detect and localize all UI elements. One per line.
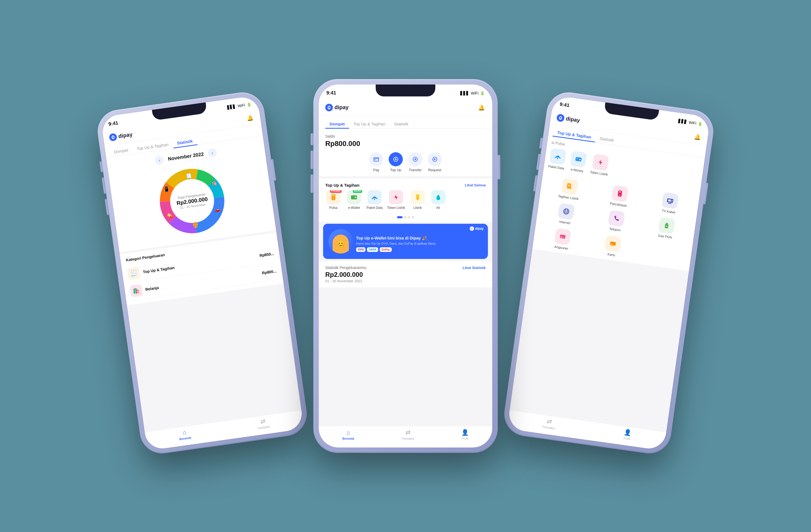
svg-rect-23: [332, 195, 335, 196]
center-nav-beranda[interactable]: ⌂ Beranda: [342, 429, 354, 440]
service-ewallet[interactable]: BARU e-Wallet: [346, 190, 362, 210]
angsuran-item[interactable]: Angsuran: [538, 226, 587, 253]
svg-point-24: [333, 198, 334, 199]
service-pulsa[interactable]: PROMO Pulsa: [325, 190, 341, 210]
belanja-amount: Rp800...: [262, 269, 276, 275]
gas-item[interactable]: Gas PGN: [642, 215, 691, 242]
center-phone-inner: 9:41 ▋▋▋ WiFi 🔋: [319, 84, 492, 448]
lihat-semua[interactable]: Lihat Semua: [465, 183, 486, 187]
banner-title: Top Up e-Wallet kini bisa di Dipay 🎉: [356, 235, 483, 241]
listrik-label: Listrik: [413, 206, 422, 210]
dot-2: [404, 216, 406, 218]
center-tab-dompet[interactable]: Dompet: [325, 120, 349, 128]
banner-person: 😊: [328, 229, 353, 253]
service-token[interactable]: Token Listrik: [387, 190, 405, 210]
svg-text:🚗: 🚗: [214, 206, 221, 213]
center-tab-topup[interactable]: Top Up & Tagihan: [349, 120, 390, 128]
right-screen: 9:41 ▋▋▋ WiFi 🔋: [507, 95, 710, 451]
left-bell-icon[interactable]: 🔔: [245, 113, 255, 123]
center-notch: [376, 84, 435, 96]
pascabayar-label: Pascabayar: [610, 201, 627, 208]
dipay-banner-logo: d dipay: [470, 226, 484, 231]
tagihan-listrik-label: Tagihan Listrik: [558, 194, 579, 201]
center-power-btn: [498, 155, 500, 179]
services-row: PROMO Pulsa: [319, 190, 492, 214]
svg-rect-29: [417, 199, 418, 200]
service-air[interactable]: Air: [430, 190, 446, 210]
right-transaksi-label: Transaksi: [542, 425, 555, 430]
action-row: Pay Top Up: [325, 152, 486, 172]
right-token-item[interactable]: Token Listrik: [590, 154, 610, 177]
topup-button[interactable]: Top Up: [389, 152, 403, 172]
tagihan-listrik-item[interactable]: Tagihan Listrik: [545, 175, 594, 203]
left-transaksi-icon: ⇄: [260, 418, 266, 425]
left-nav-beranda[interactable]: ⌂ Beranda: [178, 428, 192, 441]
right-paket-item[interactable]: Paket Data: [548, 147, 567, 171]
center-tab-nav: Dompet Top Up & Tagihan Statistik: [319, 116, 492, 129]
center-vol-down-btn: [311, 174, 313, 193]
center-tab-statistik[interactable]: Statistik: [390, 120, 413, 128]
dot-4: [412, 216, 414, 218]
center-profil-icon: 👤: [461, 429, 469, 436]
left-nav-transaksi[interactable]: ⇄ Transaksi: [256, 417, 270, 430]
next-month-btn[interactable]: ›: [208, 148, 217, 158]
lihat-statistik[interactable]: Lihat Statistik: [463, 266, 486, 270]
saldo-label: Saldo: [325, 134, 486, 138]
right-token-icon: [592, 154, 609, 171]
vol-up-button: [102, 177, 106, 194]
air-service-icon: [431, 190, 445, 204]
right-emoney-item[interactable]: e-Money: [569, 151, 587, 174]
svg-rect-33: [576, 157, 582, 162]
svg-rect-34: [579, 159, 581, 160]
center-bell-icon[interactable]: 🔔: [477, 103, 486, 112]
center-nav-transaksi[interactable]: ⇄ Transaksi: [401, 429, 414, 440]
stats-section: Statistik Pengeluaranmu Lihat Statistik …: [319, 261, 492, 287]
center-signal-icon: ▋▋▋: [460, 91, 469, 95]
prev-month-btn[interactable]: ‹: [154, 155, 164, 165]
kartu-item[interactable]: Kartu: [588, 233, 637, 260]
transfer-label: Transfer: [409, 168, 422, 172]
dot-1: [397, 216, 402, 218]
right-nav-transaksi[interactable]: ⇄ Transaksi: [542, 417, 556, 430]
svg-point-27: [374, 199, 375, 200]
pay-button[interactable]: Pay: [369, 152, 383, 172]
request-label: Request: [428, 168, 441, 172]
left-screen: 9:41 ▋▋▋ WiFi 🔋: [100, 95, 304, 451]
phone-right: 9:41 ▋▋▋ WiFi 🔋: [502, 90, 716, 456]
telepon-item[interactable]: Telepon: [592, 208, 641, 235]
topup-section-header: Top Up & Tagihan Lihat Semua: [319, 178, 492, 190]
left-content: ‹ November 2022 ›: [106, 136, 302, 432]
center-nav-profil[interactable]: 👤 Profil: [461, 429, 469, 440]
left-logo-icon: [109, 133, 117, 141]
angsuran-icon: [554, 228, 571, 245]
internet-label: Internet: [559, 220, 570, 225]
month-nav: ‹ November 2022 ›: [154, 148, 217, 165]
dot-3: [408, 216, 410, 218]
service-paket[interactable]: Paket Data: [366, 190, 383, 210]
svg-text:📱: 📱: [163, 186, 170, 192]
svg-rect-16: [374, 159, 376, 160]
tagihan-listrik-icon: [561, 178, 579, 195]
right-vol-down-btn: [533, 175, 537, 191]
svg-point-32: [557, 158, 558, 159]
internet-item[interactable]: Internet: [541, 201, 590, 228]
right-bell-icon[interactable]: 🔔: [692, 132, 702, 142]
ewallet-banner[interactable]: 😊 d dipay Top Up e-: [323, 224, 488, 259]
right-transaksi-icon: ⇄: [547, 418, 552, 425]
right-dipay-logo: dipay: [556, 113, 580, 124]
pascabayar-item[interactable]: Pascabayar: [595, 183, 644, 210]
gas-label: Gas PGN: [658, 234, 672, 240]
svg-line-49: [668, 203, 671, 204]
listrik-icon-wrap: [411, 190, 425, 204]
left-status-time: 9:41: [108, 120, 119, 127]
request-button[interactable]: Request: [428, 152, 442, 172]
paket-service-icon: [368, 190, 382, 204]
right-paket-icon: [549, 148, 566, 165]
left-wifi-icon: WiFi: [237, 103, 245, 108]
tvkabel-item[interactable]: TV Kabel: [645, 190, 694, 217]
svg-text:🍔: 🍔: [192, 222, 199, 228]
right-nav-profil[interactable]: 👤 Profil: [623, 428, 631, 440]
transfer-button[interactable]: Transfer: [408, 152, 422, 172]
service-listrik[interactable]: Listrik: [410, 190, 426, 210]
phone-center: 9:41 ▋▋▋ WiFi 🔋: [313, 79, 498, 453]
